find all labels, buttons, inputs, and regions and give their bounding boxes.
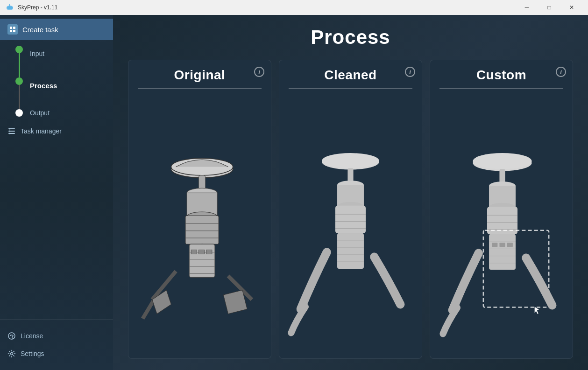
task-manager-icon (7, 127, 16, 135)
card-cleaned-title: Cleaned (324, 68, 376, 82)
svg-point-42 (322, 153, 379, 168)
original-satellite-svg (128, 89, 271, 358)
step-dot-output (15, 109, 23, 117)
card-custom[interactable]: Custom i (430, 60, 573, 359)
card-original[interactable]: Original i (128, 60, 271, 359)
card-custom-info-btn[interactable]: i (556, 67, 566, 77)
card-cleaned-info-btn[interactable]: i (405, 67, 415, 77)
close-button[interactable]: ✕ (561, 0, 582, 15)
svg-rect-6 (13, 30, 15, 32)
svg-rect-73 (492, 243, 497, 247)
step-dot-input (15, 46, 23, 53)
svg-rect-74 (499, 243, 505, 247)
step-dot-process (15, 77, 23, 85)
svg-point-15 (11, 353, 13, 355)
step-line-input-to-process (19, 53, 20, 77)
card-custom-header: Custom i (430, 60, 573, 88)
step-label-input: Input (30, 50, 44, 57)
svg-point-58 (473, 153, 532, 169)
license-label: License (21, 332, 43, 340)
svg-point-10 (9, 128, 11, 130)
card-custom-title: Custom (476, 68, 526, 82)
svg-point-13 (8, 333, 15, 339)
sidebar-nav: Create task Input (0, 15, 113, 319)
main-content: Process Original i (113, 15, 588, 370)
svg-rect-3 (10, 27, 12, 29)
svg-rect-38 (198, 250, 204, 254)
workflow-steps: Input Process Output (0, 40, 113, 122)
cards-row: Original i (128, 60, 573, 359)
card-original-header: Original i (128, 60, 271, 88)
app-body: Create task Input (0, 15, 588, 370)
svg-rect-47 (335, 206, 366, 233)
sidebar-bottom: License Settings (0, 319, 113, 370)
create-task-label: Create task (22, 26, 58, 34)
svg-rect-51 (337, 233, 364, 269)
card-custom-image (430, 89, 573, 358)
task-manager-label: Task manager (21, 127, 62, 135)
task-manager-item[interactable]: Task manager (0, 122, 113, 140)
settings-icon (7, 349, 16, 358)
svg-rect-37 (191, 250, 197, 254)
create-task-icon (7, 24, 18, 35)
card-original-info-btn[interactable]: i (254, 67, 264, 77)
step-input[interactable]: Input (15, 46, 113, 77)
svg-rect-67 (489, 234, 516, 270)
step-label-output: Output (30, 109, 50, 117)
grid-icon (9, 26, 16, 33)
settings-label: Settings (21, 350, 44, 357)
app-icon (6, 3, 14, 12)
titlebar: SkyPrep - v1.11 ─ □ ✕ (0, 0, 588, 15)
license-icon (7, 332, 16, 340)
card-cleaned-header: Cleaned i (279, 60, 422, 88)
cleaned-satellite-svg (279, 89, 422, 358)
svg-rect-29 (189, 244, 215, 277)
svg-point-11 (9, 131, 11, 132)
svg-point-14 (12, 338, 13, 339)
maximize-button[interactable]: □ (538, 0, 560, 15)
svg-rect-4 (13, 27, 15, 29)
svg-rect-2 (9, 4, 10, 8)
create-task-item[interactable]: Create task (0, 19, 113, 40)
step-line-process-to-output (19, 85, 20, 109)
settings-item[interactable]: Settings (0, 345, 113, 363)
app-title: SkyPrep - v1.11 (18, 4, 57, 11)
svg-rect-5 (10, 30, 12, 32)
step-process[interactable]: Process (15, 77, 113, 109)
svg-rect-39 (206, 250, 212, 254)
page-title: Process (311, 26, 390, 49)
card-original-image (128, 89, 271, 358)
step-output[interactable]: Output (15, 109, 113, 117)
custom-satellite-svg (430, 89, 573, 358)
card-original-title: Original (174, 68, 226, 82)
titlebar-left: SkyPrep - v1.11 (6, 3, 57, 12)
step-label-process: Process (30, 82, 57, 90)
card-cleaned[interactable]: Cleaned i (279, 60, 422, 359)
titlebar-controls: ─ □ ✕ (516, 0, 582, 15)
svg-rect-75 (507, 243, 513, 247)
svg-rect-23 (185, 216, 219, 244)
card-cleaned-image (279, 89, 422, 358)
sidebar: Create task Input (0, 15, 113, 370)
svg-point-12 (9, 133, 11, 134)
license-item[interactable]: License (0, 327, 113, 345)
minimize-button[interactable]: ─ (516, 0, 538, 15)
